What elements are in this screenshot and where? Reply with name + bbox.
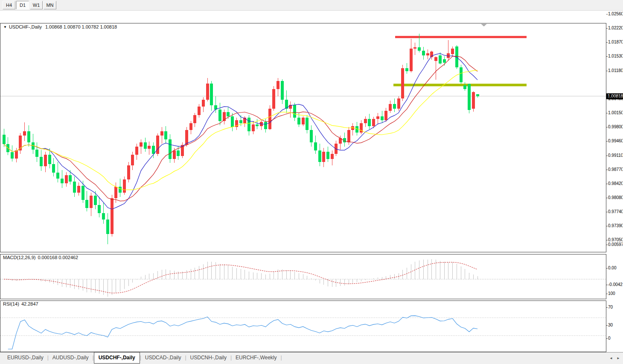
- candlestick-chart[interactable]: [0, 23, 606, 252]
- rsi-line: [8, 316, 477, 349]
- price-axis-label: 1.01180: [608, 68, 623, 73]
- rsi-axis-label: 100: [608, 291, 623, 296]
- price-axis-label: 0.97050: [608, 237, 623, 242]
- timeframe-button-mn[interactable]: MN: [44, 1, 56, 9]
- price-axis-label: 1.01870: [608, 40, 623, 44]
- macd-axis-label: 0.00597: [608, 242, 623, 247]
- price-axis-tick: [606, 56, 608, 57]
- timeframe-button-h4[interactable]: H4: [3, 1, 15, 9]
- rsi-value: 42.2847: [21, 301, 38, 306]
- chart-tab-eurusd-daily[interactable]: EURUSD-,Daily: [3, 352, 47, 363]
- price-axis-label: 1.00490: [608, 96, 623, 101]
- rsi-axis-tick: [606, 294, 608, 294]
- chevron-down-icon[interactable]: ▼: [3, 25, 7, 29]
- price-axis-tick: [606, 226, 608, 226]
- price-axis-tick: [606, 156, 608, 156]
- price-axis-label: 0.98080: [608, 195, 623, 200]
- tab-scroll-right-icon[interactable]: ►: [617, 356, 620, 360]
- rsi-axis-tick: [606, 325, 608, 326]
- rsi-panel[interactable]: [0, 300, 606, 352]
- rsi-axis-label: 30: [608, 323, 623, 327]
- macd-chart[interactable]: [0, 254, 606, 299]
- macd-panel[interactable]: [0, 254, 606, 299]
- resistance-line[interactable]: [395, 36, 527, 38]
- chart-ohlc-header: ▼USDCHF-,Daily1.00868 1.00870 1.00782 1.…: [3, 24, 117, 29]
- mt4-window: H4D1W1MN ▼USDCHF-,Daily1.00868 1.00870 1…: [0, 0, 623, 364]
- price-axis-label: 0.98420: [608, 181, 623, 186]
- rsi-axis-label: 0: [608, 336, 623, 341]
- price-axis-label: 0.99110: [608, 153, 623, 158]
- price-axis-label: 1.02220: [608, 26, 623, 30]
- timeframe-button-d1[interactable]: D1: [16, 1, 29, 9]
- price-axis-tick: [606, 127, 608, 127]
- price-axis-tick: [606, 212, 608, 212]
- macd-axis-label: -0.004243: [608, 282, 623, 287]
- rsi-chart[interactable]: [0, 301, 606, 352]
- rsi-axis-tick: [606, 307, 608, 308]
- ma-slow: [4, 70, 477, 190]
- chart-tab-eurchf-weekly[interactable]: EURCHF-,Weekly: [232, 352, 280, 363]
- macd-axis-label: 0.00: [608, 266, 623, 270]
- timeframe-toolbar: H4D1W1MN: [0, 0, 623, 11]
- price-axis-tick: [606, 198, 608, 198]
- rsi-label-row: RSI(14)42.2847: [3, 301, 41, 306]
- price-axis-label: 0.99800: [608, 124, 623, 129]
- macd-values: 0.000168 0.002462: [38, 255, 78, 260]
- macd-label: MACD(12,26,9): [3, 255, 35, 260]
- price-axis-tick: [606, 170, 608, 170]
- macd-axis-tick: [606, 245, 608, 245]
- macd-axis-tick: [606, 268, 608, 269]
- chart-tab-usdcnh-daily[interactable]: USDCNH-,Daily: [186, 352, 230, 363]
- chart-tab-bar: ◄ ► EURUSD-,Daily|AUDUSD-,Daily|USDCHF-,…: [0, 352, 623, 364]
- rsi-axis-tick: [606, 338, 608, 339]
- price-axis-tick: [606, 113, 608, 113]
- macd-label-row: MACD(12,26,9)0.000168 0.002462: [3, 255, 80, 260]
- chart-tab-usdchf-daily[interactable]: USDCHF-,Daily: [94, 352, 140, 364]
- chart-area: ▼USDCHF-,Daily1.00868 1.00870 1.00782 1.…: [0, 11, 623, 352]
- price-axis-tick: [606, 28, 608, 29]
- timeframe-button-w1[interactable]: W1: [30, 1, 43, 9]
- price-axis-label: 1.02560: [608, 12, 623, 16]
- price-axis-tick: [606, 42, 608, 43]
- price-axis-tick: [606, 141, 608, 142]
- ma-mid: [4, 56, 477, 201]
- symbol-label: USDCHF-,Daily: [9, 24, 42, 29]
- price-axis-label: 0.98770: [608, 167, 623, 172]
- tab-separator: |: [281, 355, 282, 361]
- ohlc-values: 1.00868 1.00870 1.00782 1.00818: [45, 24, 117, 29]
- macd-axis-tick: [606, 285, 608, 285]
- price-axis-label: 0.99460: [608, 139, 623, 143]
- price-axis-label: 0.97390: [608, 223, 623, 228]
- price-axis-label: 1.01530: [608, 54, 623, 58]
- price-axis-tick: [606, 71, 608, 71]
- chart-tab-audusd-daily[interactable]: AUDUSD-,Daily: [49, 352, 93, 363]
- rsi-axis-label: 70: [608, 305, 623, 309]
- price-axis-label: 0.97740: [608, 209, 623, 214]
- price-axis-tick: [606, 184, 608, 184]
- tab-scroll-left-icon[interactable]: ◄: [609, 356, 613, 360]
- price-axis-tick: [606, 99, 608, 99]
- price-axis-tick: [606, 240, 608, 240]
- chart-shift-icon[interactable]: [481, 24, 487, 26]
- price-axis-label: 1.00150: [608, 110, 623, 115]
- price-chart-panel[interactable]: [0, 23, 606, 252]
- price-axis-tick: [606, 14, 608, 14]
- rsi-label: RSI(14): [3, 301, 19, 306]
- chart-tab-usdcad-daily[interactable]: USDCAD-,Daily: [141, 352, 185, 363]
